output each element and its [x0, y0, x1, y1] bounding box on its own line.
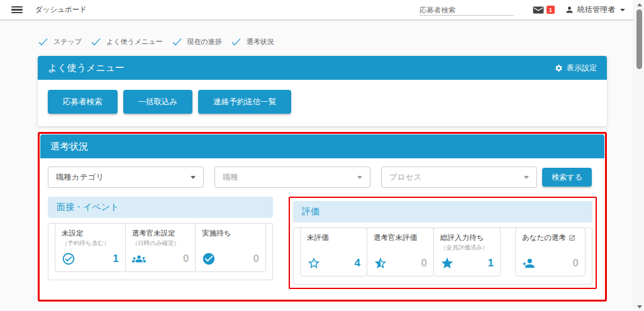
user-menu[interactable]: 統括管理者	[565, 4, 625, 15]
display-settings-button[interactable]: 表示設定	[555, 63, 597, 74]
top-app-bar: ダッシュボード 1 統括管理者	[0, 0, 644, 21]
stat-card-awaiting-execution[interactable]: 実施待ち 0	[195, 223, 266, 272]
mail-icon	[533, 6, 544, 14]
filter-row: 職種カテゴリ 職種 プロセス 検索する	[40, 158, 604, 189]
step-item-steps[interactable]: ステップ	[38, 37, 82, 46]
quick-menu-title: よく使うメニュー	[48, 62, 125, 74]
quick-menu-card: よく使うメニュー 表示設定 応募者検索 一括取込み 連絡予約送信一覧	[38, 56, 607, 126]
evaluation-cards: 未評価 4 選考官未評価	[293, 227, 592, 285]
scroll-up-icon[interactable]	[634, 0, 644, 9]
stat-value: 1	[113, 253, 118, 265]
check-circle-outline-icon	[62, 252, 75, 266]
stat-card-overall-review-pending[interactable]: 総評入力待ち （全員評価済み） 1	[433, 227, 501, 276]
steps-nav: ステップ よく使うメニュー 現在の進捗 選考状況	[38, 21, 607, 56]
mail-count-badge: 1	[547, 6, 555, 14]
applicant-search-box	[419, 4, 514, 16]
process-select[interactable]: プロセス	[381, 166, 537, 188]
interview-event-cards: 未設定 （予約待ち含む） 1 選考官未設定 （日時のみ確定）	[48, 223, 273, 280]
chevron-down-icon	[357, 176, 362, 179]
evaluation-annotation-box: 評価 未評価 4 選考官未評価	[289, 197, 597, 289]
evaluation-panel: 評価 未評価 4 選考官未評価	[293, 201, 592, 285]
quick-menu-body: 応募者検索 一括取込み 連絡予約送信一覧	[38, 80, 607, 126]
stat-value: 0	[253, 253, 259, 265]
evaluation-panel-title: 評価	[293, 201, 592, 222]
selection-status-card: 選考状況 職種カテゴリ 職種 プロセス 検索する	[40, 134, 604, 299]
person-star-icon	[522, 256, 536, 270]
interview-event-panel: 面接・イベント 未設定 （予約待ち含む） 1 選考官未設定 （	[48, 197, 273, 280]
check-circle-filled-icon	[202, 252, 216, 266]
gear-icon	[555, 64, 563, 72]
check-icon	[231, 38, 242, 46]
step-item-quick-menu[interactable]: よく使うメニュー	[91, 37, 163, 46]
quick-menu-header: よく使うメニュー 表示設定	[38, 56, 607, 80]
mail-notifications[interactable]: 1	[533, 6, 555, 14]
scroll-down-icon[interactable]	[634, 302, 644, 311]
scrollbar-thumb[interactable]	[636, 9, 642, 69]
page-title: ダッシュボード	[35, 5, 87, 14]
star-filled-icon	[440, 256, 454, 270]
interview-event-panel-title: 面接・イベント	[48, 197, 273, 218]
check-icon	[91, 38, 101, 46]
people-group-icon	[132, 252, 146, 266]
stat-value: 4	[355, 257, 360, 270]
stat-card-your-selection[interactable]: あなたの選考	[515, 227, 586, 276]
search-button[interactable]: 検索する	[542, 168, 592, 187]
check-icon	[38, 38, 48, 46]
star-outline-icon	[307, 256, 321, 270]
star-half-icon	[374, 256, 387, 270]
chevron-down-icon	[524, 176, 529, 179]
display-settings-label: 表示設定	[567, 63, 597, 74]
external-link-icon	[569, 234, 575, 241]
stat-card-unevaluated[interactable]: 未評価 4	[300, 227, 367, 276]
check-icon	[172, 38, 182, 46]
scheduled-messages-button[interactable]: 連絡予約送信一覧	[198, 90, 291, 114]
job-category-select[interactable]: 職種カテゴリ	[48, 166, 204, 188]
stat-value: 1	[488, 257, 494, 270]
bulk-import-button[interactable]: 一括取込み	[123, 90, 193, 114]
menu-icon[interactable]	[11, 6, 23, 14]
step-item-selection-status[interactable]: 選考状況	[231, 37, 274, 46]
vertical-scrollbar[interactable]	[633, 0, 644, 311]
stat-card-interviewer-unevaluated[interactable]: 選考官未評価 0	[367, 227, 434, 276]
user-icon	[565, 5, 574, 14]
stat-value: 0	[421, 257, 427, 270]
applicant-search-button[interactable]: 応募者検索	[48, 90, 118, 114]
stat-value: 0	[183, 253, 189, 265]
user-name: 統括管理者	[577, 4, 615, 15]
chevron-down-icon	[620, 9, 625, 11]
job-type-select[interactable]: 職種	[214, 166, 370, 188]
stat-card-interviewer-unset[interactable]: 選考官未設定 （日時のみ確定） 0	[125, 223, 196, 272]
stat-value: 0	[573, 257, 579, 270]
chevron-down-icon	[191, 176, 196, 179]
step-item-progress[interactable]: 現在の進捗	[172, 37, 222, 46]
applicant-search-input[interactable]	[419, 5, 514, 16]
selection-status-annotation-box: 選考状況 職種カテゴリ 職種 プロセス 検索する	[38, 132, 607, 302]
selection-status-title: 選考状況	[50, 141, 88, 153]
selection-status-header: 選考状況	[40, 134, 604, 158]
stat-card-unset[interactable]: 未設定 （予約待ち含む） 1	[55, 223, 126, 272]
